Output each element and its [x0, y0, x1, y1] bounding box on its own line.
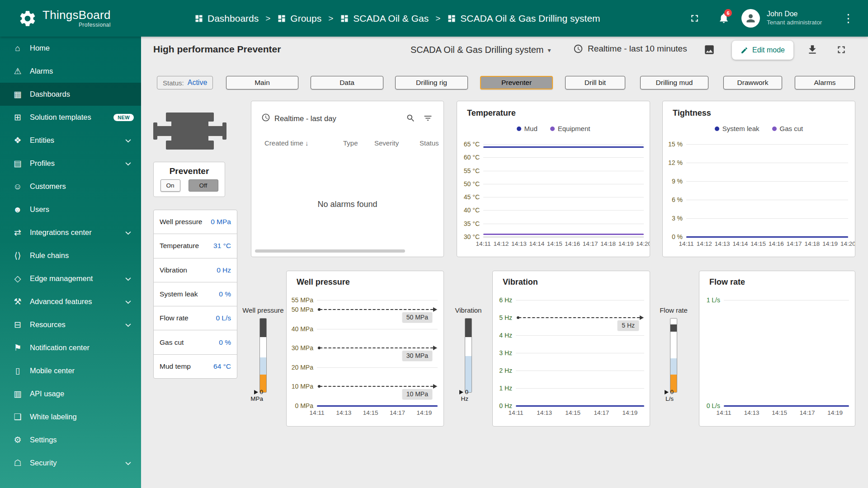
- tab-alarms[interactable]: Alarms: [795, 76, 855, 89]
- dashboard-select[interactable]: SCADA Oil & Gas Drilling system ▾: [410, 45, 551, 55]
- telemetry-value: 0 %: [219, 290, 231, 298]
- image-icon[interactable]: [703, 44, 715, 56]
- sidebar-item-settings[interactable]: ⚙Settings: [0, 428, 141, 451]
- sidebar-item-advanced-features[interactable]: ⚒Advanced features: [0, 290, 141, 313]
- preventer-graphic: [153, 109, 226, 153]
- avatar[interactable]: [741, 9, 760, 28]
- filter-icon[interactable]: [423, 113, 433, 123]
- sidebar-item-resources[interactable]: ⊟Resources: [0, 313, 141, 336]
- legend-dot: [517, 127, 521, 131]
- y-axis-tick-label: 3 Hz: [495, 349, 512, 357]
- search-icon[interactable]: [406, 113, 415, 123]
- sidebar-item-mobile-center[interactable]: ▯Mobile center: [0, 359, 141, 382]
- gridline: [483, 171, 644, 171]
- y-axis-tick-label: 6 Hz: [495, 296, 512, 304]
- gauge-segment: [260, 337, 266, 358]
- legend-item-gas-cut[interactable]: Gas cut: [772, 125, 803, 132]
- edit-mode-button[interactable]: Edit mode: [732, 41, 793, 60]
- tab-drilling-rig[interactable]: Drilling rig: [395, 76, 468, 89]
- y-axis-tick-label: 55 MPa: [289, 296, 313, 304]
- sidebar-item-label: Entities: [30, 136, 54, 145]
- x-axis-tick-label: 14:17: [385, 409, 410, 416]
- sidebar-item-label: Profiles: [30, 159, 55, 168]
- expand-icon[interactable]: [835, 44, 847, 56]
- tab-preventer[interactable]: Preventer: [480, 76, 553, 89]
- legend-item-equipment[interactable]: Equipment: [550, 125, 590, 132]
- sidebar-item-home[interactable]: ⌂Home: [0, 37, 141, 60]
- download-icon[interactable]: [807, 44, 818, 56]
- alarms-column-type[interactable]: Type: [343, 139, 358, 147]
- user-info[interactable]: John Doe Tenant administrator: [767, 9, 822, 27]
- legend-item-system-leak[interactable]: System leak: [715, 125, 760, 132]
- edit-mode-label: Edit mode: [752, 46, 785, 54]
- gridline: [483, 144, 644, 145]
- sidebar-item-rule-chains[interactable]: ⟨⟩Rule chains: [0, 244, 141, 267]
- breadcrumb-separator: >: [328, 14, 333, 23]
- telemetry-row-temperature: Temperature31 °C: [154, 234, 237, 258]
- mobile-center-icon: ▯: [11, 366, 24, 376]
- alarms-time-window[interactable]: Realtime - last day: [274, 114, 336, 123]
- gauge-segment: [465, 319, 472, 337]
- tab-data[interactable]: Data: [311, 76, 383, 89]
- gauge-segment: [260, 357, 266, 374]
- legend-item-mud[interactable]: Mud: [517, 125, 538, 132]
- tab-main[interactable]: Main: [226, 76, 298, 89]
- y-axis-tick-label: 45 °C: [460, 193, 480, 201]
- dashboard-icon: [277, 14, 286, 23]
- breadcrumb-item-scada-oil-gas[interactable]: SCADA Oil & Gas: [340, 13, 429, 24]
- gauge-readout: 0MPa: [238, 389, 263, 402]
- y-axis-tick-label: 5 Hz: [495, 314, 512, 321]
- breadcrumb-item-scada-oil-gas-drilling-system[interactable]: SCADA Oil & Gas Drilling system: [447, 13, 600, 24]
- preventer-control-widget: Preventer On Off: [153, 162, 225, 197]
- alarms-column-severity[interactable]: Severity: [374, 139, 399, 147]
- notifications-bell-icon[interactable]: 6: [718, 12, 730, 24]
- threshold-arrow-icon: [640, 315, 644, 320]
- fullscreen-icon[interactable]: [689, 13, 700, 24]
- sidebar-item-entities[interactable]: ❖Entities: [0, 129, 141, 152]
- gridline: [483, 157, 644, 158]
- preventer-off-button[interactable]: Off: [189, 179, 218, 192]
- sidebar-item-profiles[interactable]: ▤Profiles: [0, 152, 141, 175]
- x-axis-tick-label: 14:19: [823, 409, 847, 416]
- alarms-column-status[interactable]: Status: [420, 139, 439, 147]
- y-axis-tick-label: 3 %: [665, 215, 683, 222]
- y-axis-tick-label: 6 %: [665, 196, 683, 203]
- chart-title: Vibration: [503, 277, 538, 287]
- sidebar-item-label: Edge management: [30, 274, 93, 283]
- gridline: [483, 224, 644, 224]
- alarms-column-created-time[interactable]: Created time↓: [264, 139, 308, 147]
- telemetry-row-flow-rate: Flow rate0 L/s: [154, 306, 237, 330]
- status-value: Active: [188, 79, 208, 87]
- horizontal-scrollbar[interactable]: [255, 249, 405, 253]
- sidebar-item-solution-templates[interactable]: ⊞Solution templatesNEW: [0, 106, 141, 129]
- time-window-label: Realtime - last 10 minutes: [588, 44, 687, 54]
- sidebar-item-dashboards[interactable]: ▦Dashboards: [0, 83, 141, 106]
- sidebar-item-edge-management[interactable]: ◇Edge management: [0, 267, 141, 290]
- breadcrumb-item-groups[interactable]: Groups: [277, 13, 321, 24]
- preventer-on-button[interactable]: On: [160, 179, 180, 192]
- y-axis-tick-label: 65 °C: [460, 141, 480, 148]
- resources-icon: ⊟: [11, 319, 24, 330]
- more-menu-icon[interactable]: ⋮: [843, 11, 854, 25]
- sidebar-item-label: Security: [30, 459, 57, 467]
- sidebar-item-users[interactable]: ☻Users: [0, 198, 141, 221]
- tab-drilling-mud[interactable]: Drilling mud: [640, 76, 708, 89]
- telemetry-table-widget: Well pressure0 MPaTemperature31 °CVibrat…: [153, 210, 237, 379]
- top-header: ThingsBoard Professional Dashboards>Grou…: [0, 0, 868, 37]
- sidebar-item-security[interactable]: ☖Security: [0, 451, 141, 474]
- time-window-button[interactable]: Realtime - last 10 minutes: [573, 44, 687, 54]
- tab-drawwork[interactable]: Drawwork: [723, 76, 782, 89]
- tab-drill-bit[interactable]: Drill bit: [565, 76, 625, 89]
- sidebar-item-customers[interactable]: ☺Customers: [0, 175, 141, 198]
- thingsboard-logo[interactable]: ThingsBoard Professional: [18, 0, 111, 37]
- sidebar-item-integrations-center[interactable]: ⇄Integrations center: [0, 221, 141, 244]
- breadcrumb-label: SCADA Oil & Gas Drilling system: [460, 13, 600, 24]
- telemetry-value: 0 Hz: [217, 266, 231, 274]
- sidebar-item-api-usage[interactable]: ▥API usage: [0, 382, 141, 405]
- sidebar-item-alarms[interactable]: ⚠Alarms: [0, 60, 141, 83]
- breadcrumb-item-dashboards[interactable]: Dashboards: [194, 13, 259, 24]
- sidebar-item-white-labeling[interactable]: ❑White labeling: [0, 405, 141, 428]
- threshold-dot: [318, 385, 321, 388]
- telemetry-label: Vibration: [160, 266, 187, 274]
- sidebar-item-notification-center[interactable]: ⚑Notification center: [0, 336, 141, 359]
